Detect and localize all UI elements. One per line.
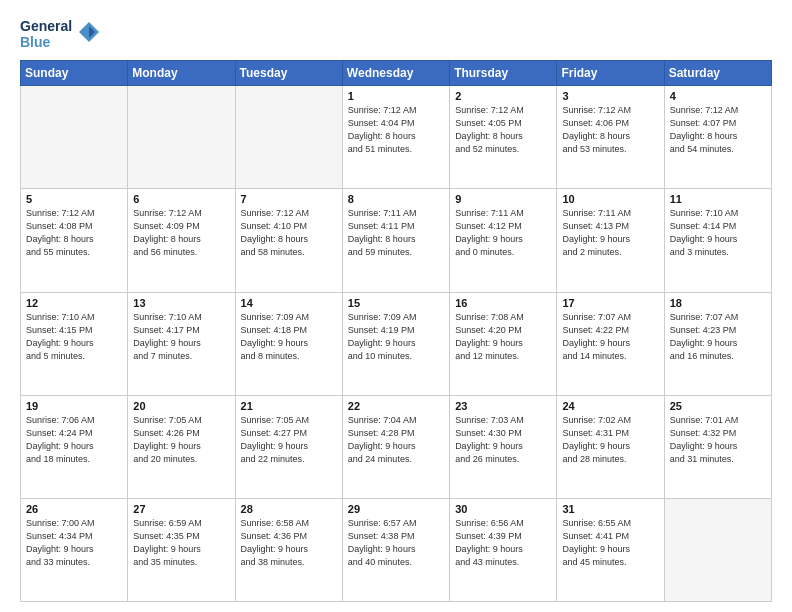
calendar-cell: 30Sunrise: 6:56 AM Sunset: 4:39 PM Dayli…: [450, 498, 557, 601]
day-number: 16: [455, 297, 551, 309]
day-number: 6: [133, 193, 229, 205]
day-info: Sunrise: 7:12 AM Sunset: 4:10 PM Dayligh…: [241, 207, 337, 259]
day-number: 13: [133, 297, 229, 309]
day-info: Sunrise: 7:09 AM Sunset: 4:18 PM Dayligh…: [241, 311, 337, 363]
header-sunday: Sunday: [21, 61, 128, 86]
calendar-cell: [128, 86, 235, 189]
weekday-header-row: Sunday Monday Tuesday Wednesday Thursday…: [21, 61, 772, 86]
calendar-cell: 14Sunrise: 7:09 AM Sunset: 4:18 PM Dayli…: [235, 292, 342, 395]
calendar-week-row: 12Sunrise: 7:10 AM Sunset: 4:15 PM Dayli…: [21, 292, 772, 395]
day-number: 15: [348, 297, 444, 309]
day-info: Sunrise: 6:59 AM Sunset: 4:35 PM Dayligh…: [133, 517, 229, 569]
day-number: 8: [348, 193, 444, 205]
calendar-cell: 23Sunrise: 7:03 AM Sunset: 4:30 PM Dayli…: [450, 395, 557, 498]
day-number: 21: [241, 400, 337, 412]
header-friday: Friday: [557, 61, 664, 86]
day-number: 19: [26, 400, 122, 412]
day-info: Sunrise: 7:04 AM Sunset: 4:28 PM Dayligh…: [348, 414, 444, 466]
calendar-table: Sunday Monday Tuesday Wednesday Thursday…: [20, 60, 772, 602]
day-number: 29: [348, 503, 444, 515]
header-saturday: Saturday: [664, 61, 771, 86]
day-info: Sunrise: 7:11 AM Sunset: 4:13 PM Dayligh…: [562, 207, 658, 259]
header: General Blue: [20, 18, 772, 50]
day-info: Sunrise: 6:58 AM Sunset: 4:36 PM Dayligh…: [241, 517, 337, 569]
calendar-week-row: 26Sunrise: 7:00 AM Sunset: 4:34 PM Dayli…: [21, 498, 772, 601]
header-tuesday: Tuesday: [235, 61, 342, 86]
day-number: 14: [241, 297, 337, 309]
calendar-cell: 25Sunrise: 7:01 AM Sunset: 4:32 PM Dayli…: [664, 395, 771, 498]
day-info: Sunrise: 7:07 AM Sunset: 4:23 PM Dayligh…: [670, 311, 766, 363]
day-number: 7: [241, 193, 337, 205]
header-monday: Monday: [128, 61, 235, 86]
day-info: Sunrise: 7:01 AM Sunset: 4:32 PM Dayligh…: [670, 414, 766, 466]
day-number: 27: [133, 503, 229, 515]
day-info: Sunrise: 7:12 AM Sunset: 4:08 PM Dayligh…: [26, 207, 122, 259]
day-number: 26: [26, 503, 122, 515]
day-info: Sunrise: 7:12 AM Sunset: 4:07 PM Dayligh…: [670, 104, 766, 156]
day-number: 10: [562, 193, 658, 205]
day-info: Sunrise: 7:05 AM Sunset: 4:26 PM Dayligh…: [133, 414, 229, 466]
calendar-cell: 21Sunrise: 7:05 AM Sunset: 4:27 PM Dayli…: [235, 395, 342, 498]
day-number: 3: [562, 90, 658, 102]
calendar-cell: 15Sunrise: 7:09 AM Sunset: 4:19 PM Dayli…: [342, 292, 449, 395]
calendar-cell: 5Sunrise: 7:12 AM Sunset: 4:08 PM Daylig…: [21, 189, 128, 292]
calendar-cell: [664, 498, 771, 601]
day-info: Sunrise: 7:09 AM Sunset: 4:19 PM Dayligh…: [348, 311, 444, 363]
day-info: Sunrise: 6:55 AM Sunset: 4:41 PM Dayligh…: [562, 517, 658, 569]
page: General Blue Sunday Monday Tuesday Wedne…: [0, 0, 792, 612]
calendar-cell: 6Sunrise: 7:12 AM Sunset: 4:09 PM Daylig…: [128, 189, 235, 292]
day-info: Sunrise: 7:10 AM Sunset: 4:15 PM Dayligh…: [26, 311, 122, 363]
calendar-cell: 3Sunrise: 7:12 AM Sunset: 4:06 PM Daylig…: [557, 86, 664, 189]
day-number: 28: [241, 503, 337, 515]
day-info: Sunrise: 7:12 AM Sunset: 4:06 PM Dayligh…: [562, 104, 658, 156]
day-number: 20: [133, 400, 229, 412]
day-number: 17: [562, 297, 658, 309]
day-info: Sunrise: 7:06 AM Sunset: 4:24 PM Dayligh…: [26, 414, 122, 466]
day-number: 2: [455, 90, 551, 102]
day-info: Sunrise: 7:10 AM Sunset: 4:14 PM Dayligh…: [670, 207, 766, 259]
day-number: 24: [562, 400, 658, 412]
calendar-cell: [21, 86, 128, 189]
day-number: 9: [455, 193, 551, 205]
calendar-cell: [235, 86, 342, 189]
calendar-cell: 16Sunrise: 7:08 AM Sunset: 4:20 PM Dayli…: [450, 292, 557, 395]
day-number: 25: [670, 400, 766, 412]
calendar-cell: 10Sunrise: 7:11 AM Sunset: 4:13 PM Dayli…: [557, 189, 664, 292]
calendar-cell: 26Sunrise: 7:00 AM Sunset: 4:34 PM Dayli…: [21, 498, 128, 601]
calendar-cell: 4Sunrise: 7:12 AM Sunset: 4:07 PM Daylig…: [664, 86, 771, 189]
calendar-cell: 9Sunrise: 7:11 AM Sunset: 4:12 PM Daylig…: [450, 189, 557, 292]
calendar-cell: 22Sunrise: 7:04 AM Sunset: 4:28 PM Dayli…: [342, 395, 449, 498]
day-number: 11: [670, 193, 766, 205]
day-info: Sunrise: 7:12 AM Sunset: 4:05 PM Dayligh…: [455, 104, 551, 156]
calendar-cell: 19Sunrise: 7:06 AM Sunset: 4:24 PM Dayli…: [21, 395, 128, 498]
day-number: 1: [348, 90, 444, 102]
day-info: Sunrise: 7:10 AM Sunset: 4:17 PM Dayligh…: [133, 311, 229, 363]
calendar-cell: 7Sunrise: 7:12 AM Sunset: 4:10 PM Daylig…: [235, 189, 342, 292]
calendar-cell: 12Sunrise: 7:10 AM Sunset: 4:15 PM Dayli…: [21, 292, 128, 395]
calendar-cell: 28Sunrise: 6:58 AM Sunset: 4:36 PM Dayli…: [235, 498, 342, 601]
calendar-cell: 24Sunrise: 7:02 AM Sunset: 4:31 PM Dayli…: [557, 395, 664, 498]
logo: General Blue: [20, 18, 100, 50]
day-number: 23: [455, 400, 551, 412]
day-info: Sunrise: 7:11 AM Sunset: 4:12 PM Dayligh…: [455, 207, 551, 259]
calendar-cell: 29Sunrise: 6:57 AM Sunset: 4:38 PM Dayli…: [342, 498, 449, 601]
calendar-cell: 1Sunrise: 7:12 AM Sunset: 4:04 PM Daylig…: [342, 86, 449, 189]
day-info: Sunrise: 7:08 AM Sunset: 4:20 PM Dayligh…: [455, 311, 551, 363]
calendar-cell: 27Sunrise: 6:59 AM Sunset: 4:35 PM Dayli…: [128, 498, 235, 601]
day-number: 12: [26, 297, 122, 309]
day-number: 5: [26, 193, 122, 205]
calendar-cell: 31Sunrise: 6:55 AM Sunset: 4:41 PM Dayli…: [557, 498, 664, 601]
day-number: 18: [670, 297, 766, 309]
header-thursday: Thursday: [450, 61, 557, 86]
calendar-cell: 17Sunrise: 7:07 AM Sunset: 4:22 PM Dayli…: [557, 292, 664, 395]
calendar-cell: 8Sunrise: 7:11 AM Sunset: 4:11 PM Daylig…: [342, 189, 449, 292]
day-number: 4: [670, 90, 766, 102]
calendar-week-row: 5Sunrise: 7:12 AM Sunset: 4:08 PM Daylig…: [21, 189, 772, 292]
day-info: Sunrise: 7:11 AM Sunset: 4:11 PM Dayligh…: [348, 207, 444, 259]
calendar-cell: 2Sunrise: 7:12 AM Sunset: 4:05 PM Daylig…: [450, 86, 557, 189]
calendar-cell: 11Sunrise: 7:10 AM Sunset: 4:14 PM Dayli…: [664, 189, 771, 292]
day-info: Sunrise: 6:56 AM Sunset: 4:39 PM Dayligh…: [455, 517, 551, 569]
calendar-cell: 20Sunrise: 7:05 AM Sunset: 4:26 PM Dayli…: [128, 395, 235, 498]
day-number: 30: [455, 503, 551, 515]
day-info: Sunrise: 7:00 AM Sunset: 4:34 PM Dayligh…: [26, 517, 122, 569]
